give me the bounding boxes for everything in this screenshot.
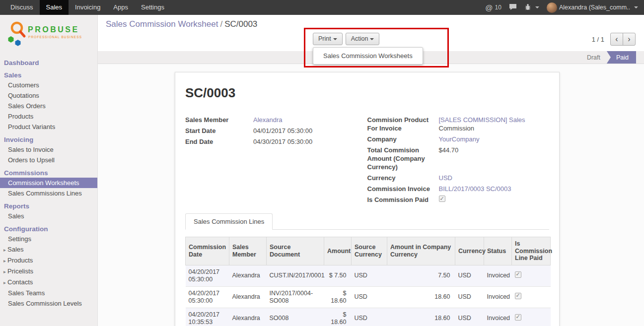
caret-right-icon: ▸: [3, 278, 7, 287]
activities-counter[interactable]: @ 10: [485, 3, 501, 12]
sidebar-item-quotations[interactable]: Quotations: [0, 90, 97, 101]
field-is-commission-paid: Is Commission Paid: [367, 196, 550, 204]
end-date-value: 04/30/2017 05:30:00: [253, 137, 312, 146]
commission-product-link[interactable]: [SALES COMMISSION] Sales: [439, 116, 525, 124]
tab-sales-commission-lines[interactable]: Sales Commission Lines: [185, 213, 273, 230]
sidebar-item-reports-sales[interactable]: Sales: [0, 211, 97, 221]
logo-text: PROBUSE: [28, 25, 79, 34]
pager: 1 / 1 ‹ ›: [592, 33, 636, 46]
field-company: Company YourCompany: [367, 135, 550, 143]
cell-source-currency: USD: [352, 286, 387, 308]
table-row[interactable]: 04/20/2017 05:30:00 Alexandra CUST.IN/20…: [186, 265, 551, 286]
column-header-amount-company-currency[interactable]: Amount in Company Currency: [387, 237, 455, 265]
line-paid-checkbox: [515, 271, 521, 278]
field-commission-invoice: Commission Invoice BILL/2017/0003 SC/000…: [367, 185, 550, 193]
sidebar-item-config-products[interactable]: ▸Products: [0, 255, 97, 266]
sidebar-item-commission-worksheets[interactable]: Commission Worksheets: [0, 178, 97, 188]
field-label: Commision Product For Invoice: [367, 116, 435, 132]
dropdown-item-sales-commission-worksheets[interactable]: Sales Commission Worksheets: [313, 50, 423, 62]
print-dropdown-menu: Sales Commission Worksheets: [313, 47, 423, 65]
sidebar-section-configuration[interactable]: Configuration: [0, 224, 97, 234]
probuse-logo: PROBUSE PROFESSIONAL BUSINESS: [0, 15, 97, 55]
column-header-source-currency[interactable]: Source Currency: [352, 237, 387, 265]
column-header-source-document[interactable]: Source Document: [267, 237, 324, 265]
field-columns: Sales Member Alexandra Start Date 04/01/…: [185, 116, 549, 206]
sidebar-item-config-sales[interactable]: ▸Sales: [0, 244, 97, 255]
column-header-sales-member[interactable]: Sales Member: [229, 237, 267, 265]
sidebar-item-sales-orders[interactable]: Sales Orders: [0, 101, 97, 111]
sidebar-item-product-variants[interactable]: Product Variants: [0, 122, 97, 132]
sidebar-item-products[interactable]: Products: [0, 111, 97, 122]
cell-currency: USD: [455, 308, 484, 326]
column-header-is-commission-line-paid[interactable]: Is Commission Line Paid: [512, 237, 551, 265]
cell-date: 04/20/2017 05:30:00: [186, 265, 229, 286]
pager-next-button[interactable]: ›: [623, 33, 636, 46]
sidebar-item-label: Sales: [7, 246, 24, 253]
table-row[interactable]: 04/20/2017 05:30:00 Alexandra INV/2017/0…: [186, 286, 551, 308]
topbar-right: @ 10 Alexandra (Sales_comm..: [485, 2, 644, 13]
sidebar-section-reports[interactable]: Reports: [0, 201, 97, 211]
sidebar-item-config-contacts[interactable]: ▸Contacts: [0, 277, 97, 288]
table-row[interactable]: 04/20/2017 10:35:53 Alexandra SO008 $ 18…: [186, 308, 551, 326]
chevron-down-icon: [333, 38, 337, 40]
column-header-commission-date[interactable]: Commission Date: [186, 237, 229, 265]
sales-member-link[interactable]: Alexandra: [253, 116, 283, 124]
cell-amount: $ 7.50: [324, 265, 352, 286]
user-menu[interactable]: Alexandra (Sales_comm..: [547, 2, 638, 13]
pager-previous-button[interactable]: ‹: [610, 33, 623, 46]
breadcrumb-current: SC/0003: [224, 19, 257, 29]
menu-apps[interactable]: Apps: [107, 0, 135, 15]
field-commission-product: Commision Product For Invoice [SALES COM…: [367, 116, 550, 132]
chevron-down-icon: [370, 38, 374, 40]
breadcrumb-parent-link[interactable]: Sales Commission Worksheet: [106, 19, 218, 29]
status-step-paid[interactable]: Paid: [607, 51, 636, 64]
messages-button[interactable]: [509, 3, 517, 12]
cell-status: Invoiced: [484, 308, 512, 326]
sidebar-section-invoicing[interactable]: Invoicing: [0, 134, 97, 144]
sidebar-item-settings[interactable]: Settings: [0, 234, 97, 244]
column-header-amount[interactable]: Amount: [324, 237, 352, 265]
field-currency: Currency USD: [367, 174, 550, 182]
cell-status: Invoiced: [484, 286, 512, 308]
menu-discuss[interactable]: Discuss: [4, 0, 40, 15]
commission-invoice-link[interactable]: BILL/2017/0003 SC/0003: [439, 185, 511, 193]
cell-source-currency: USD: [352, 265, 387, 286]
topbar: Discuss Sales Invoicing Apps Settings @ …: [0, 0, 644, 15]
sidebar-section-sales[interactable]: Sales: [0, 70, 97, 80]
sidebar-item-sales-commissions-lines[interactable]: Sales Commissions Lines: [0, 188, 97, 198]
sidebar-item-sales-commission-levels[interactable]: Sales Commission Levels: [0, 298, 97, 309]
notebook-tabs: Sales Commission Lines: [185, 213, 549, 230]
cell-source: CUST.IN/2017/0001: [267, 265, 324, 286]
menu-invoicing[interactable]: Invoicing: [69, 0, 107, 15]
sidebar-item-sales-teams[interactable]: Sales Teams: [0, 288, 97, 298]
column-header-status[interactable]: Status: [484, 237, 512, 265]
sidebar-item-config-pricelists[interactable]: ▸Pricelists: [0, 266, 97, 277]
action-button[interactable]: Action: [346, 33, 380, 45]
sidebar-item-customers[interactable]: Customers: [0, 80, 97, 90]
field-label: Sales Member: [185, 116, 249, 124]
cell-amount: $ 18.60: [324, 308, 352, 326]
company-link[interactable]: YourCompany: [439, 135, 480, 143]
line-paid-checkbox: [515, 314, 521, 321]
field-column-left: Sales Member Alexandra Start Date 04/01/…: [185, 116, 367, 206]
status-step-draft[interactable]: Draft: [580, 51, 607, 64]
debug-menu-button[interactable]: [524, 3, 539, 12]
cell-member: Alexandra: [229, 265, 267, 286]
print-button[interactable]: Print: [313, 33, 343, 45]
menu-settings[interactable]: Settings: [135, 0, 171, 15]
pager-count[interactable]: 1 / 1: [592, 36, 604, 43]
caret-right-icon: ▸: [3, 257, 7, 265]
sidebar-item-sales-to-invoice[interactable]: Sales to Invoice: [0, 144, 97, 155]
menu-sales[interactable]: Sales: [40, 0, 69, 15]
form-sheet: SC/0003 Sales Member Alexandra Start Dat…: [175, 72, 560, 326]
field-label: Company: [367, 135, 435, 143]
currency-link[interactable]: USD: [439, 174, 452, 182]
sidebar-section-commissions[interactable]: Commissions: [0, 168, 97, 178]
sidebar: PROBUSE PROFESSIONAL BUSINESS Dashboard …: [0, 15, 98, 326]
column-header-currency[interactable]: Currency: [455, 237, 484, 265]
sidebar-item-orders-to-upsell[interactable]: Orders to Upsell: [0, 155, 97, 165]
cell-date: 04/20/2017 10:35:53: [186, 308, 229, 326]
sidebar-item-dashboard[interactable]: Dashboard: [0, 58, 97, 67]
print-button-label: Print: [318, 35, 331, 42]
chevron-down-icon: [634, 6, 638, 8]
